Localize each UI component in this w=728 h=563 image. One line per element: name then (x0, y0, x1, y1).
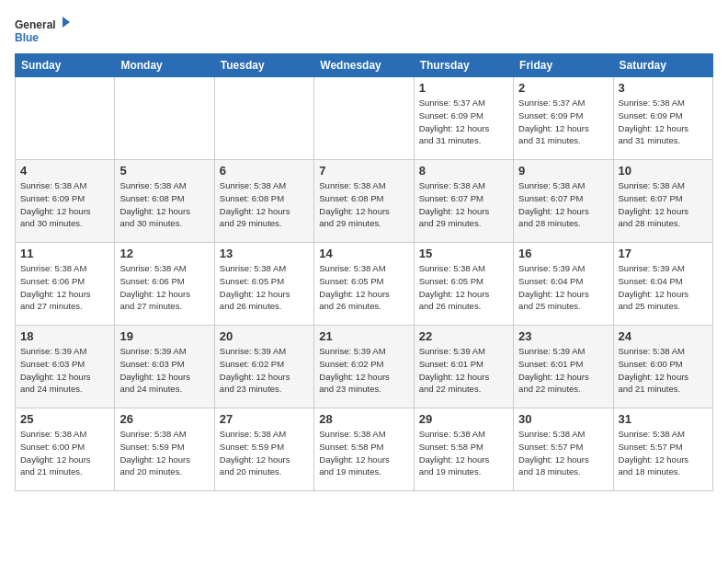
day-number: 6 (220, 164, 309, 178)
day-number: 19 (119, 329, 209, 343)
calendar-header-cell: Saturday (613, 54, 712, 77)
calendar-header-cell: Monday (115, 54, 214, 77)
day-info: Sunrise: 5:38 AM Sunset: 6:08 PM Dayligh… (119, 179, 209, 230)
calendar-cell: 16Sunrise: 5:39 AM Sunset: 6:04 PM Dayli… (514, 243, 613, 326)
calendar-cell: 6Sunrise: 5:38 AM Sunset: 6:08 PM Daylig… (214, 160, 313, 243)
calendar-cell: 13Sunrise: 5:38 AM Sunset: 6:05 PM Dayli… (214, 243, 313, 326)
calendar-cell: 11Sunrise: 5:38 AM Sunset: 6:06 PM Dayli… (16, 243, 115, 326)
calendar-header-cell: Wednesday (314, 54, 414, 77)
calendar-header-cell: Friday (514, 54, 613, 77)
calendar-cell: 15Sunrise: 5:38 AM Sunset: 6:05 PM Dayli… (414, 243, 513, 326)
day-info: Sunrise: 5:38 AM Sunset: 6:00 PM Dayligh… (20, 428, 109, 478)
calendar-body: 1Sunrise: 5:37 AM Sunset: 6:09 PM Daylig… (16, 77, 713, 491)
day-number: 20 (220, 329, 309, 343)
calendar-week-row: 1Sunrise: 5:37 AM Sunset: 6:09 PM Daylig… (16, 77, 713, 160)
day-info: Sunrise: 5:39 AM Sunset: 6:04 PM Dayligh… (518, 262, 608, 313)
day-number: 1 (419, 81, 508, 95)
day-number: 14 (319, 247, 408, 260)
calendar-cell: 23Sunrise: 5:39 AM Sunset: 6:01 PM Dayli… (514, 326, 613, 408)
day-number: 25 (20, 412, 109, 426)
calendar-cell (214, 77, 313, 160)
calendar-cell (16, 77, 115, 160)
day-number: 16 (518, 247, 608, 260)
calendar-cell: 25Sunrise: 5:38 AM Sunset: 6:00 PM Dayli… (16, 408, 115, 491)
calendar-cell: 27Sunrise: 5:38 AM Sunset: 5:59 PM Dayli… (214, 408, 313, 491)
day-number: 18 (20, 329, 109, 343)
svg-text:Blue: Blue (15, 31, 39, 44)
day-number: 23 (518, 329, 608, 343)
calendar-cell (115, 77, 214, 160)
calendar-week-row: 25Sunrise: 5:38 AM Sunset: 6:00 PM Dayli… (16, 408, 713, 491)
day-info: Sunrise: 5:38 AM Sunset: 6:09 PM Dayligh… (20, 179, 109, 230)
day-number: 27 (220, 412, 309, 426)
calendar-cell: 26Sunrise: 5:38 AM Sunset: 5:59 PM Dayli… (115, 408, 214, 491)
logo-svg: General Blue (15, 15, 70, 50)
day-info: Sunrise: 5:38 AM Sunset: 6:05 PM Dayligh… (220, 262, 309, 313)
calendar-cell: 1Sunrise: 5:37 AM Sunset: 6:09 PM Daylig… (414, 77, 513, 160)
day-number: 15 (419, 247, 508, 260)
day-info: Sunrise: 5:39 AM Sunset: 6:01 PM Dayligh… (419, 345, 508, 396)
day-number: 21 (319, 329, 408, 343)
calendar-cell: 18Sunrise: 5:39 AM Sunset: 6:03 PM Dayli… (16, 326, 115, 408)
day-info: Sunrise: 5:39 AM Sunset: 6:03 PM Dayligh… (20, 345, 109, 396)
day-number: 28 (319, 412, 408, 426)
calendar-cell: 2Sunrise: 5:37 AM Sunset: 6:09 PM Daylig… (514, 77, 613, 160)
calendar-header-row: SundayMondayTuesdayWednesdayThursdayFrid… (16, 54, 713, 77)
calendar-cell: 14Sunrise: 5:38 AM Sunset: 6:05 PM Dayli… (314, 243, 414, 326)
day-info: Sunrise: 5:39 AM Sunset: 6:01 PM Dayligh… (518, 345, 608, 396)
day-info: Sunrise: 5:38 AM Sunset: 6:08 PM Dayligh… (319, 179, 408, 230)
calendar-header-cell: Tuesday (214, 54, 313, 77)
calendar-cell: 7Sunrise: 5:38 AM Sunset: 6:08 PM Daylig… (314, 160, 414, 243)
svg-marker-2 (63, 17, 70, 28)
day-number: 17 (619, 247, 708, 260)
day-number: 22 (419, 329, 508, 343)
day-info: Sunrise: 5:39 AM Sunset: 6:03 PM Dayligh… (119, 345, 209, 396)
calendar-cell: 31Sunrise: 5:38 AM Sunset: 5:57 PM Dayli… (613, 408, 712, 491)
day-info: Sunrise: 5:38 AM Sunset: 5:59 PM Dayligh… (220, 428, 309, 478)
day-number: 5 (119, 164, 209, 178)
calendar-header-cell: Thursday (414, 54, 513, 77)
calendar-cell: 4Sunrise: 5:38 AM Sunset: 6:09 PM Daylig… (16, 160, 115, 243)
day-info: Sunrise: 5:39 AM Sunset: 6:02 PM Dayligh… (220, 345, 309, 396)
calendar-cell: 9Sunrise: 5:38 AM Sunset: 6:07 PM Daylig… (514, 160, 613, 243)
day-number: 2 (518, 81, 608, 95)
day-number: 7 (319, 164, 408, 178)
day-info: Sunrise: 5:38 AM Sunset: 6:07 PM Dayligh… (619, 179, 708, 230)
day-info: Sunrise: 5:37 AM Sunset: 6:09 PM Dayligh… (518, 97, 608, 147)
day-number: 8 (419, 164, 508, 178)
day-number: 3 (619, 81, 708, 95)
day-info: Sunrise: 5:38 AM Sunset: 5:57 PM Dayligh… (518, 428, 608, 478)
page-header: General Blue (15, 15, 713, 50)
day-info: Sunrise: 5:38 AM Sunset: 6:08 PM Dayligh… (220, 179, 309, 230)
day-number: 10 (619, 164, 708, 178)
day-info: Sunrise: 5:38 AM Sunset: 5:58 PM Dayligh… (319, 428, 408, 478)
day-number: 31 (619, 412, 708, 426)
day-info: Sunrise: 5:38 AM Sunset: 6:05 PM Dayligh… (319, 262, 408, 313)
calendar-cell: 21Sunrise: 5:39 AM Sunset: 6:02 PM Dayli… (314, 326, 414, 408)
calendar-cell: 29Sunrise: 5:38 AM Sunset: 5:58 PM Dayli… (414, 408, 513, 491)
calendar-cell: 8Sunrise: 5:38 AM Sunset: 6:07 PM Daylig… (414, 160, 513, 243)
day-number: 26 (119, 412, 209, 426)
calendar-week-row: 18Sunrise: 5:39 AM Sunset: 6:03 PM Dayli… (16, 326, 713, 408)
day-info: Sunrise: 5:39 AM Sunset: 6:04 PM Dayligh… (619, 262, 708, 313)
calendar-week-row: 4Sunrise: 5:38 AM Sunset: 6:09 PM Daylig… (16, 160, 713, 243)
day-info: Sunrise: 5:38 AM Sunset: 5:59 PM Dayligh… (119, 428, 209, 478)
calendar-cell: 3Sunrise: 5:38 AM Sunset: 6:09 PM Daylig… (613, 77, 712, 160)
day-info: Sunrise: 5:38 AM Sunset: 6:06 PM Dayligh… (20, 262, 109, 313)
day-number: 11 (20, 247, 109, 260)
calendar-cell: 20Sunrise: 5:39 AM Sunset: 6:02 PM Dayli… (214, 326, 313, 408)
calendar-cell: 22Sunrise: 5:39 AM Sunset: 6:01 PM Dayli… (414, 326, 513, 408)
day-info: Sunrise: 5:38 AM Sunset: 6:07 PM Dayligh… (419, 179, 508, 230)
calendar-cell (314, 77, 414, 160)
calendar-week-row: 11Sunrise: 5:38 AM Sunset: 6:06 PM Dayli… (16, 243, 713, 326)
day-info: Sunrise: 5:38 AM Sunset: 6:05 PM Dayligh… (419, 262, 508, 313)
day-info: Sunrise: 5:37 AM Sunset: 6:09 PM Dayligh… (419, 97, 508, 147)
day-info: Sunrise: 5:38 AM Sunset: 6:07 PM Dayligh… (518, 179, 608, 230)
calendar-cell: 17Sunrise: 5:39 AM Sunset: 6:04 PM Dayli… (613, 243, 712, 326)
calendar-header-cell: Sunday (16, 54, 115, 77)
day-number: 30 (518, 412, 608, 426)
calendar-cell: 5Sunrise: 5:38 AM Sunset: 6:08 PM Daylig… (115, 160, 214, 243)
day-number: 12 (119, 247, 209, 260)
day-number: 4 (20, 164, 109, 178)
day-number: 9 (518, 164, 608, 178)
